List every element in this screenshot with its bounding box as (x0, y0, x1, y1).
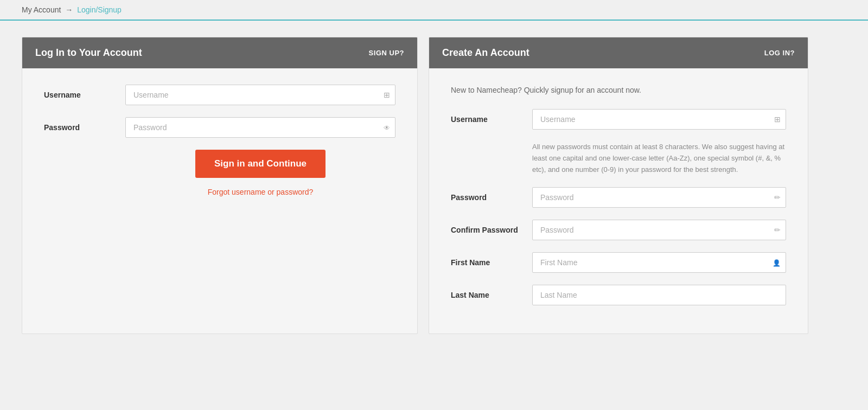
signup-username-label: Username (451, 115, 532, 124)
signup-password-row: Password (451, 187, 786, 208)
signup-first-name-person-icon (773, 258, 781, 267)
breadcrumb-bar: My Account → Login/Signup (0, 0, 868, 21)
login-panel-title: Log In to Your Account (35, 47, 142, 59)
signup-username-input[interactable] (532, 109, 786, 130)
login-password-row: Password (44, 117, 395, 138)
signup-last-name-label: Last Name (451, 291, 532, 299)
login-link[interactable]: LOG IN? (764, 49, 795, 57)
signup-confirm-password-wrapper (532, 220, 786, 240)
signup-password-input[interactable] (532, 187, 786, 208)
signin-button-container: Sign in and Continue Forgot username or … (125, 150, 395, 196)
signup-username-row: Username (451, 109, 786, 130)
signup-panel: Create An Account LOG IN? New to Nameche… (429, 37, 808, 334)
signup-link[interactable]: SIGN UP? (369, 49, 404, 57)
login-username-row: Username (44, 85, 395, 105)
signin-button[interactable]: Sign in and Continue (195, 150, 326, 178)
password-hint-text: All new passwords must contain at least … (532, 142, 786, 175)
forgot-link[interactable]: Forgot username or password? (125, 188, 395, 196)
signup-first-name-label: First Name (451, 258, 532, 267)
signup-password-label: Password (451, 193, 532, 202)
signup-first-name-input[interactable] (532, 252, 786, 273)
signup-confirm-password-input[interactable] (532, 220, 786, 240)
login-password-input[interactable] (125, 117, 395, 138)
breadcrumb-separator: → (65, 5, 73, 14)
login-username-input[interactable] (125, 85, 395, 105)
login-username-label: Username (44, 91, 125, 99)
signup-first-name-row: First Name (451, 252, 786, 273)
signup-username-wrapper (532, 109, 786, 130)
login-panel: Log In to Your Account SIGN UP? Username… (22, 37, 418, 334)
signup-last-name-row: Last Name (451, 285, 786, 305)
signup-username-grid-icon (774, 115, 781, 124)
signup-panel-header: Create An Account LOG IN? (429, 37, 808, 68)
signup-description: New to Namecheap? Quickly signup for an … (451, 85, 786, 96)
password-eye-icon (384, 123, 390, 132)
breadcrumb-my-account: My Account (22, 5, 61, 14)
signup-first-name-wrapper (532, 252, 786, 273)
signup-confirm-password-row: Confirm Password (451, 220, 786, 240)
signup-confirm-password-label: Confirm Password (451, 226, 532, 234)
signup-last-name-input[interactable] (532, 285, 786, 305)
login-username-wrapper (125, 85, 395, 105)
username-grid-icon (384, 91, 390, 99)
login-panel-header: Log In to Your Account SIGN UP? (22, 37, 417, 68)
main-content: Log In to Your Account SIGN UP? Username… (0, 21, 868, 350)
signup-password-pen-icon (774, 193, 781, 202)
login-panel-body: Username Password Sign in and Continue F… (22, 68, 417, 213)
signup-last-name-wrapper (532, 285, 786, 305)
breadcrumb-login-signup[interactable]: Login/Signup (77, 5, 122, 14)
login-password-wrapper (125, 117, 395, 138)
signup-panel-body: New to Namecheap? Quickly signup for an … (429, 68, 808, 334)
login-password-label: Password (44, 123, 125, 132)
signup-panel-title: Create An Account (442, 47, 529, 59)
signup-password-wrapper (532, 187, 786, 208)
signup-confirm-password-pen-icon (774, 226, 781, 234)
